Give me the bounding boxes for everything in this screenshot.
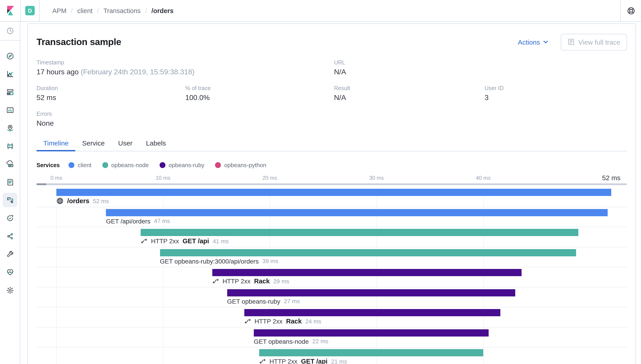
- tab-timeline[interactable]: Timeline: [37, 139, 75, 151]
- percent-of-trace-value: 100.0%: [185, 94, 334, 102]
- span-bar-4[interactable]: [160, 249, 576, 256]
- top-nav-bar: D APM/client/Transactions//orders: [0, 0, 641, 22]
- item-duration: 41 ms: [213, 238, 229, 244]
- kibana-logo[interactable]: [0, 0, 21, 21]
- waterfall-row-8: GET opbeans-node22 ms: [37, 327, 627, 347]
- waterfall-item-label[interactable]: GET opbeans-ruby:3000/api/orders39 ms: [160, 256, 278, 266]
- waterfall-item-label[interactable]: /orders52 ms: [56, 196, 109, 206]
- side-navigation: [0, 21, 20, 364]
- legend-item-opbeans-ruby: opbeans-ruby: [160, 162, 204, 168]
- span-bar-8[interactable]: [254, 329, 489, 336]
- graph-icon: [6, 232, 14, 240]
- legend-dot-client: [69, 162, 75, 168]
- dashboard-icon: [6, 88, 14, 96]
- span-bar-2[interactable]: [106, 209, 607, 216]
- apm-icon: [6, 196, 14, 204]
- waterfall-item-label[interactable]: HTTP 2xxGET /api21 ms: [259, 357, 347, 364]
- sidebar-item-machine-learning[interactable]: [3, 140, 17, 151]
- waterfall-row-2: GET /api/orders47 ms: [37, 207, 627, 227]
- waterfall-row-7: HTTP 2xxRack24 ms: [37, 307, 627, 327]
- timestamp-value: 17 hours ago (February 24th 2019, 15:59:…: [37, 68, 334, 76]
- legend-dot-opbeans-ruby: [160, 162, 165, 168]
- apm-transaction-page: D APM/client/Transactions//orders Transa…: [0, 0, 641, 364]
- chevron-down-icon: [543, 40, 548, 44]
- sidebar-item-uptime[interactable]: [3, 213, 17, 224]
- breadcrumb-apm[interactable]: APM: [52, 7, 67, 14]
- sidebar-item-maps[interactable]: [3, 122, 17, 133]
- space-selector[interactable]: D: [21, 0, 40, 21]
- visualize-icon: [6, 70, 14, 78]
- sidebar-item-logs[interactable]: [3, 176, 17, 188]
- tab-service[interactable]: Service: [75, 139, 111, 151]
- sidebar-item-discover[interactable]: [3, 50, 17, 61]
- tab-user[interactable]: User: [111, 139, 139, 151]
- legend-dot-opbeans-python: [215, 162, 221, 168]
- sidebar-item-infrastructure[interactable]: [3, 158, 17, 170]
- sidebar-item-dashboard[interactable]: [3, 86, 17, 97]
- transaction-name: GET /api: [301, 358, 328, 364]
- item-duration: 39 ms: [262, 258, 278, 264]
- view-full-trace-label: View full trace: [578, 38, 620, 46]
- item-duration: 52 ms: [93, 198, 109, 204]
- waterfall-item-label[interactable]: GET /api/orders47 ms: [106, 216, 170, 226]
- transaction-bar-1[interactable]: [56, 189, 611, 196]
- duration-label: Duration: [37, 85, 185, 92]
- canvas-icon: [6, 106, 14, 114]
- waterfall-row-1: /orders52 ms: [37, 187, 627, 207]
- transaction-name: GET /api: [183, 238, 209, 244]
- waterfall-item-label[interactable]: HTTP 2xxRack24 ms: [244, 317, 321, 326]
- sidebar-item-canvas[interactable]: [3, 104, 17, 115]
- result-prefix: HTTP 2xx: [254, 318, 282, 325]
- ml-icon: [6, 142, 14, 150]
- sidebar-item-apm[interactable]: [3, 193, 17, 207]
- legend-item-client: client: [69, 162, 92, 168]
- transaction-bar-3[interactable]: [141, 229, 578, 236]
- user-id-value: 3: [485, 94, 633, 102]
- transaction-bar-5[interactable]: [212, 269, 521, 276]
- waterfall-row-5: HTTP 2xxRack29 ms: [37, 267, 627, 287]
- monitoring-icon: [6, 268, 14, 276]
- sidebar-item-management[interactable]: [3, 285, 17, 296]
- axis-tick-10ms: 10 ms: [156, 175, 170, 181]
- time-axis: 0 ms10 ms20 ms30 ms40 ms52 ms: [37, 174, 627, 181]
- sidebar-item-visualize[interactable]: [3, 68, 17, 79]
- item-duration: 27 ms: [284, 298, 300, 304]
- tab-labels[interactable]: Labels: [139, 139, 173, 151]
- timeline-scrollbar-thumb[interactable]: [37, 183, 47, 185]
- waterfall-chart: /orders52 msGET /api/orders47 msHTTP 2xx…: [37, 187, 627, 364]
- waterfall-row-6: GET opbeans-ruby27 ms: [37, 287, 627, 307]
- breadcrumb-separator: /: [145, 7, 147, 14]
- breadcrumb-separator: /: [71, 7, 73, 14]
- transaction-bar-7[interactable]: [244, 309, 500, 316]
- breadcrumb-client[interactable]: client: [77, 7, 93, 14]
- globe-icon: [56, 197, 64, 204]
- axis-tick-30ms: 30 ms: [369, 175, 384, 181]
- waterfall-item-label[interactable]: GET opbeans-node22 ms: [254, 337, 328, 346]
- legend-item-opbeans-node: opbeans-node: [102, 162, 149, 168]
- view-full-trace-button[interactable]: View full trace: [561, 34, 627, 50]
- uptime-icon: [6, 214, 14, 222]
- legend-item-opbeans-python: opbeans-python: [215, 162, 266, 168]
- timestamp-label: Timestamp: [37, 60, 334, 66]
- waterfall-item-label[interactable]: HTTP 2xxRack29 ms: [212, 276, 289, 286]
- merge-icon: [141, 238, 147, 244]
- waterfall-item-label[interactable]: HTTP 2xxGET /api41 ms: [141, 236, 229, 246]
- sidebar-item-recent[interactable]: [6, 24, 14, 38]
- sidebar-item-dev-tools[interactable]: [3, 249, 17, 260]
- timeline-scrollbar[interactable]: [37, 183, 627, 185]
- transaction-bar-9[interactable]: [259, 349, 483, 356]
- help-menu-button[interactable]: [620, 0, 641, 21]
- sidebar-item-monitoring[interactable]: [3, 267, 17, 278]
- sidebar-divider: [0, 40, 20, 40]
- sidebar-item-graph[interactable]: [3, 231, 17, 242]
- errors-label: Errors: [37, 111, 185, 117]
- item-duration: 21 ms: [331, 358, 347, 364]
- waterfall-item-label[interactable]: GET opbeans-ruby27 ms: [227, 297, 300, 306]
- span-bar-6[interactable]: [227, 289, 515, 296]
- url-value: N/A: [334, 68, 485, 76]
- transaction-name: /orders: [67, 197, 89, 204]
- breadcrumb-separator: /: [97, 7, 99, 14]
- breadcrumb-transactions[interactable]: Transactions: [104, 7, 141, 14]
- actions-dropdown[interactable]: Actions: [518, 38, 548, 46]
- legend-label: opbeans-python: [224, 162, 266, 168]
